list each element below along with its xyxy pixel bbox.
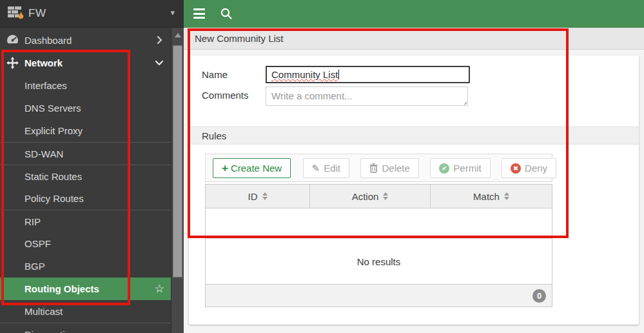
sidebar-item-label: BGP (24, 255, 45, 278)
scrollbar-thumb[interactable] (173, 45, 182, 278)
rules-section-title: Rules (202, 127, 226, 145)
sidebar: FW ▾ Dashboard (0, 0, 184, 333)
sidebar-item-explicit-proxy[interactable]: Explicit Proxy (0, 119, 171, 142)
chevron-down-icon (155, 59, 163, 66)
table-empty-row (205, 208, 552, 239)
plus-icon: + (222, 162, 228, 175)
sidebar-item-label: Interfaces (24, 74, 67, 97)
permit-button[interactable]: ✔ Permit (430, 158, 490, 178)
text-caret (338, 70, 339, 79)
comments-textarea[interactable]: Write a comment... (266, 86, 468, 106)
delete-button[interactable]: Delete (360, 158, 418, 178)
permit-label: Permit (453, 163, 481, 174)
deny-button[interactable]: ✖ Deny (502, 158, 556, 178)
top-navbar (184, 0, 644, 28)
sort-icon (504, 192, 509, 200)
sidebar-item-routing-objects[interactable]: Routing Objects ☆ (0, 278, 171, 300)
sidebar-scrollbar[interactable] (171, 28, 184, 333)
sort-icon (383, 192, 388, 200)
sidebar-item-label: Explicit Proxy (24, 119, 83, 142)
name-value: Community List (271, 69, 338, 80)
sidebar-item-label: Network (24, 52, 63, 74)
name-input[interactable]: Community List (266, 66, 470, 83)
sidebar-item-label: Multicast (24, 300, 63, 323)
sidebar-item-static-routes[interactable]: Static Routes (0, 165, 171, 187)
rules-table-footer: 0 (205, 284, 552, 307)
sidebar-item-label: DNS Servers (24, 97, 81, 119)
sidebar-item-policy-routes[interactable]: Policy Routes (0, 187, 171, 210)
create-new-label: Create New (231, 163, 282, 174)
no-results-label: No results (357, 256, 401, 267)
sidebar-nav: Dashboard Network Interfaces (0, 29, 171, 333)
column-label: ID (248, 191, 258, 202)
menu-hamburger-icon[interactable] (193, 8, 205, 19)
edit-label: Edit (324, 163, 340, 174)
rules-toolbar: + Create New ✎ Edit Delete ✔ Permit (205, 154, 552, 182)
column-label: Match (473, 191, 500, 202)
trash-icon (369, 163, 378, 173)
deny-cross-icon: ✖ (511, 163, 521, 174)
sidebar-item-label: Static Routes (24, 165, 82, 188)
rules-section-header: Rules (189, 126, 639, 145)
firewall-icon (8, 6, 24, 20)
favorite-star-icon[interactable]: ☆ (155, 278, 164, 300)
page-header: New Community List (184, 28, 644, 50)
comments-placeholder: Write a comment... (271, 90, 353, 101)
sidebar-item-interfaces[interactable]: Interfaces (0, 74, 171, 97)
appliance-name: FW (28, 7, 46, 20)
permit-check-icon: ✔ (439, 163, 449, 174)
no-results-message: No results (205, 239, 552, 284)
sidebar-item-network[interactable]: Network (0, 52, 171, 74)
column-label: Action (352, 191, 379, 202)
sidebar-item-bgp[interactable]: BGP (0, 255, 171, 278)
sidebar-item-multicast[interactable]: Multicast (0, 300, 171, 323)
column-header-id[interactable]: ID (206, 185, 309, 208)
sidebar-item-label: RIP (24, 210, 41, 233)
chevron-right-icon (155, 36, 163, 44)
sidebar-item-label: Dashboard (24, 29, 72, 52)
sidebar-item-sd-wan[interactable]: SD-WAN (0, 142, 171, 165)
resize-handle[interactable] (461, 99, 467, 105)
sidebar-item-diagnostics[interactable]: Diagnostics (0, 323, 171, 333)
comments-label: Comments (202, 90, 249, 101)
page-title: New Community List (195, 28, 284, 49)
create-new-button[interactable]: + Create New (213, 158, 291, 178)
rules-table-header: ID Action Match (205, 184, 552, 208)
sidebar-item-label: OSPF (24, 232, 51, 255)
sidebar-item-label: Policy Routes (24, 187, 84, 210)
chevron-down-icon: ▾ (170, 8, 175, 17)
sidebar-item-label: SD-WAN (24, 143, 63, 165)
column-header-match[interactable]: Match (430, 185, 552, 208)
name-label: Name (202, 69, 228, 80)
appliance-selector[interactable]: FW ▾ (0, 0, 184, 28)
rules-table: ID Action Match No results 0 (205, 184, 552, 307)
delete-label: Delete (382, 163, 409, 174)
edit-button[interactable]: ✎ Edit (303, 158, 349, 178)
gauge-icon (6, 34, 19, 47)
sidebar-item-rip[interactable]: RIP (0, 210, 171, 232)
scrollbar-up-arrow-icon[interactable] (175, 33, 181, 37)
row-count-badge: 0 (532, 289, 546, 303)
deny-label: Deny (525, 163, 547, 174)
search-icon[interactable] (220, 7, 233, 20)
sort-icon (262, 192, 268, 200)
sidebar-item-label: Diagnostics (24, 323, 75, 333)
sidebar-item-dashboard[interactable]: Dashboard (0, 29, 171, 52)
move-arrows-icon (6, 57, 19, 70)
sidebar-item-dns-servers[interactable]: DNS Servers (0, 97, 171, 119)
pencil-icon: ✎ (312, 163, 320, 174)
new-community-list-form: Name Community List Comments Write a com… (189, 56, 639, 325)
column-header-action[interactable]: Action (309, 185, 430, 208)
sidebar-item-label: Routing Objects (24, 278, 99, 300)
sidebar-item-ospf[interactable]: OSPF (0, 232, 171, 255)
